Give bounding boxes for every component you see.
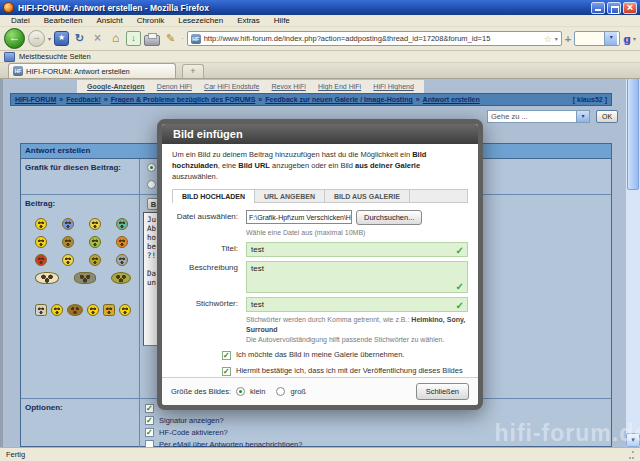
ad-link[interactable]: Revox HiFi	[272, 83, 306, 90]
smiley-icon[interactable]	[116, 218, 128, 230]
bookmark-star-icon[interactable]: ★	[54, 31, 69, 46]
menu-item[interactable]: Chronik	[130, 15, 172, 26]
smiley-icon[interactable]	[116, 254, 128, 266]
titel-input[interactable]: test✓	[246, 242, 468, 257]
goto-select[interactable]: Gehe zu ... ▾	[487, 110, 590, 123]
tab-title: HIFI-FORUM: Antwort erstellen	[26, 67, 130, 76]
ad-link[interactable]: High End HiFi	[318, 83, 361, 90]
go-button[interactable]: +	[565, 33, 571, 45]
nutzungsbedingungen-checkbox[interactable]	[222, 367, 231, 376]
menu-item[interactable]: Ansicht	[89, 15, 129, 26]
restore-button[interactable]	[607, 2, 621, 14]
smiley-icon[interactable]	[74, 272, 96, 284]
navigation-toolbar: ← → ▾ ★ ↻ × ⌂ ↓ ✎ · HF http://www.hifi-f…	[0, 27, 640, 51]
menu-item[interactable]: Hilfe	[267, 15, 297, 26]
smiley-icon[interactable]	[35, 236, 47, 248]
breadcrumb-link[interactable]: Antwort erstellen	[423, 96, 480, 103]
tab-strip: HF HIFI-FORUM: Antwort erstellen +	[0, 63, 640, 79]
goto-ok-button[interactable]: OK	[596, 110, 618, 123]
option-checkbox[interactable]	[145, 428, 154, 437]
galerie-checkbox[interactable]	[222, 351, 231, 360]
google-search-icon[interactable]: g	[623, 33, 630, 45]
url-text[interactable]: http://www.hifi-forum.de/index.php?actio…	[204, 34, 541, 43]
stichwoerter-input[interactable]: test✓	[246, 297, 468, 312]
reload-icon[interactable]: ↻	[72, 31, 87, 46]
tab-bild-aus-galerie[interactable]: BILD AUS GALERIE	[325, 190, 410, 203]
home-icon[interactable]: ⌂	[108, 31, 123, 46]
grafik-radio-selected[interactable]	[147, 163, 156, 172]
option-checkbox[interactable]	[145, 404, 154, 413]
option-checkbox[interactable]	[145, 440, 154, 447]
smiley-icon[interactable]	[89, 254, 101, 266]
new-tab-button[interactable]: +	[182, 64, 204, 78]
smiley-icon[interactable]	[67, 304, 83, 316]
firefox-icon	[3, 2, 14, 13]
smiley-icon[interactable]	[119, 304, 131, 316]
menu-item[interactable]: Extras	[230, 15, 267, 26]
size-radio-gross[interactable]	[276, 387, 285, 396]
file-input[interactable]: F:\Grafik-Hpf\zum Verschicken\HF	[246, 210, 352, 224]
download-icon[interactable]: ↓	[126, 31, 141, 46]
breadcrumb-link[interactable]: Feedback zur neuen Galerie / Image-Hosti…	[265, 96, 412, 103]
smiley-icon[interactable]	[35, 218, 47, 230]
smiley-icon[interactable]	[35, 272, 59, 284]
search-input[interactable]: ▾	[574, 31, 620, 46]
option-checkbox[interactable]	[145, 416, 154, 425]
search-dropdown-icon[interactable]: ▾	[604, 32, 617, 45]
tab-active[interactable]: HF HIFI-FORUM: Antwort erstellen	[8, 63, 176, 78]
print-icon[interactable]	[144, 35, 160, 46]
menu-item[interactable]: Bearbeiten	[37, 15, 90, 26]
edit-pen-icon[interactable]: ✎	[163, 31, 178, 46]
forward-dropdown-icon[interactable]: ▾	[48, 35, 51, 42]
smiley-icon[interactable]	[62, 218, 74, 230]
window-edge	[0, 79, 3, 447]
goto-dropdown-icon[interactable]: ▾	[576, 111, 589, 122]
smiley-icon[interactable]	[87, 304, 99, 316]
tab-url-angeben[interactable]: URL ANGEBEN	[255, 190, 325, 203]
forward-button[interactable]: →	[28, 30, 45, 47]
schliessen-button[interactable]: Schließen	[416, 383, 469, 400]
breadcrumb-link[interactable]: Feedback!	[66, 96, 101, 103]
close-button[interactable]	[623, 2, 637, 14]
smiley-icon[interactable]	[35, 254, 47, 266]
ad-links-strip: Google-AnzeigenDenon HiFiCar HiFi Endstu…	[77, 80, 424, 93]
resize-grip[interactable]	[625, 450, 634, 459]
bookmarks-bar-item[interactable]: Meistbesuchte Seiten	[19, 52, 91, 61]
smiley-icon[interactable]	[116, 236, 128, 248]
smiley-icon[interactable]	[62, 236, 74, 248]
menu-item[interactable]: Lesezeichen	[171, 15, 230, 26]
url-bar[interactable]: HF http://www.hifi-forum.de/index.php?ac…	[187, 31, 562, 46]
dialog-title: Bild einfügen	[162, 124, 478, 144]
ad-link[interactable]: HiFi Highend	[373, 83, 413, 90]
goto-selected-value: Gehe zu ...	[488, 112, 576, 121]
breadcrumb: HIFI-FORUMFeedback!Fragen & Probleme bez…	[10, 93, 612, 106]
smiley-icon[interactable]	[89, 218, 101, 230]
smiley-icon[interactable]	[51, 304, 63, 316]
search-engine-dropdown-icon[interactable]: ▾	[633, 35, 636, 42]
menu-item[interactable]: Datei	[4, 15, 37, 26]
ad-link[interactable]: Denon HiFi	[157, 83, 192, 90]
smiley-icon[interactable]	[89, 236, 101, 248]
stichwoerter-help-text: Stichwörter werden durch Komma getrennt,…	[246, 315, 468, 344]
minimize-button[interactable]	[591, 2, 605, 14]
smiley-icon[interactable]	[103, 304, 115, 316]
size-radio-klein[interactable]	[236, 387, 245, 396]
beschreibung-textarea[interactable]: test✓	[246, 261, 468, 293]
scrollbar-thumb[interactable]	[627, 79, 639, 190]
smiley-icon[interactable]	[35, 304, 47, 316]
back-button[interactable]: ←	[4, 28, 25, 49]
browse-button[interactable]: Durchsuchen...	[356, 210, 422, 225]
stop-icon[interactable]: ×	[90, 31, 105, 46]
url-dropdown-icon[interactable]: ▾	[555, 35, 558, 42]
bookmark-page-star-icon[interactable]: ☆	[544, 34, 552, 44]
smiley-icon[interactable]	[62, 254, 74, 266]
smiley-icon[interactable]	[111, 272, 131, 284]
ad-link[interactable]: Google-Anzeigen	[87, 83, 145, 90]
ad-link[interactable]: Car HiFi Endstufe	[204, 83, 259, 90]
breadcrumb-link[interactable]: HIFI-FORUM	[15, 96, 56, 103]
tab-bild-hochladen[interactable]: BILD HOCHLADEN	[173, 190, 255, 203]
breadcrumb-link[interactable]: Fragen & Probleme bezüglich des FORUMS	[111, 96, 256, 103]
page-scrollbar[interactable]: ▲ ▼	[626, 79, 640, 447]
galerie-checkbox-row: Ich möchte das Bild in meine Galerie übe…	[222, 350, 468, 360]
grafik-radio[interactable]	[147, 180, 156, 189]
